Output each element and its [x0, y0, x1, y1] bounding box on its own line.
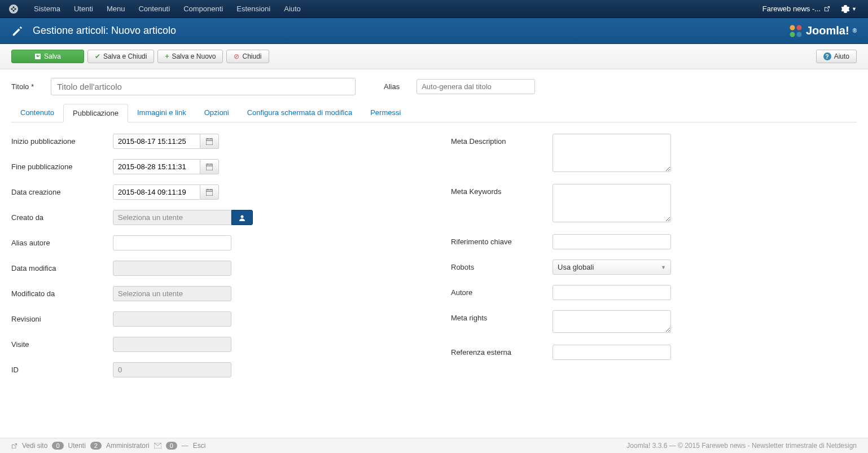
- svg-point-3: [796, 32, 801, 37]
- nav-menu: Sistema Utenti Menu Contenuti Componenti…: [27, 0, 308, 17]
- xref-input[interactable]: [553, 345, 671, 360]
- alias-label: Alias: [384, 82, 400, 91]
- tab-immagini[interactable]: Immagini e link: [128, 104, 195, 122]
- meta-rights-label: Meta rights: [451, 310, 553, 322]
- joomla-icon[interactable]: [0, 5, 27, 14]
- user-icon: [239, 214, 246, 221]
- close-button[interactable]: ⊘ Chiudi: [226, 50, 269, 63]
- navbar-left: Sistema Utenti Menu Contenuti Componenti…: [0, 0, 308, 17]
- joomla-brand-text: Joomla!: [806, 24, 849, 37]
- tabs: Contenuto Pubblicazione Immagini e link …: [11, 104, 857, 122]
- cancel-icon: ⊘: [234, 52, 239, 60]
- save-new-button[interactable]: + Salva e Nuovo: [157, 50, 223, 63]
- help-button[interactable]: ? Aiuto: [816, 50, 857, 63]
- modified-label: Data modifica: [11, 261, 113, 272]
- meta-description-input[interactable]: [553, 134, 671, 172]
- joomla-brand-icon: [789, 24, 803, 38]
- created-by-label: Creato da: [11, 210, 113, 222]
- tab-opzioni[interactable]: Opzioni: [195, 104, 238, 122]
- author-input[interactable]: [553, 285, 671, 300]
- caret-down-icon: ▼: [852, 6, 857, 12]
- page-title: Gestione articoli: Nuovo articolo: [33, 25, 176, 37]
- svg-rect-8: [206, 164, 213, 170]
- svg-rect-4: [206, 139, 213, 145]
- tab-pubblicazione[interactable]: Pubblicazione: [63, 104, 128, 122]
- external-link-icon: [824, 6, 830, 12]
- nav-item-componenti[interactable]: Componenti: [177, 0, 230, 17]
- field-meta-rights: Meta rights: [451, 310, 857, 335]
- form-col-right: Meta Description Meta Keywords Riferimen…: [451, 134, 857, 388]
- form-row: Inizio pubblicazione Fine pubblicazione: [11, 134, 857, 388]
- meta-keywords-input[interactable]: [553, 184, 671, 222]
- field-id: ID: [11, 362, 417, 377]
- save-label: Salva: [44, 52, 61, 60]
- site-name-label: Fareweb news -...: [762, 5, 821, 13]
- nav-item-aiuto[interactable]: Aiuto: [277, 0, 308, 17]
- field-modified-by: Modificato da: [11, 286, 417, 301]
- nav-item-estensioni[interactable]: Estensioni: [230, 0, 277, 17]
- start-publishing-input[interactable]: [113, 134, 200, 149]
- svg-point-2: [790, 32, 795, 37]
- field-meta-description: Meta Description: [451, 134, 857, 174]
- svg-point-0: [790, 25, 795, 30]
- save-new-label: Salva e Nuovo: [172, 52, 216, 60]
- title-input[interactable]: [51, 78, 356, 95]
- nav-item-contenuti[interactable]: Contenuti: [131, 0, 177, 17]
- key-reference-input[interactable]: [553, 234, 671, 249]
- hits-input: [113, 337, 231, 352]
- meta-description-label: Meta Description: [451, 134, 553, 146]
- help-label: Aiuto: [834, 52, 849, 60]
- tab-permessi[interactable]: Permessi: [361, 104, 410, 122]
- field-key-reference: Riferimento chiave: [451, 234, 857, 249]
- robots-select[interactable]: Usa globali ▼: [553, 260, 671, 275]
- created-by-select-button[interactable]: [231, 210, 253, 225]
- end-publishing-calendar-button[interactable]: [200, 159, 219, 174]
- save-close-button[interactable]: ✔ Salva e Chiudi: [87, 50, 154, 63]
- id-label: ID: [11, 362, 113, 374]
- top-navbar: Sistema Utenti Menu Contenuti Componenti…: [0, 0, 868, 18]
- svg-point-16: [241, 215, 244, 218]
- tab-contenuto[interactable]: Contenuto: [11, 104, 63, 122]
- svg-rect-12: [206, 190, 213, 196]
- title-label: Titolo *: [11, 82, 34, 91]
- nav-settings[interactable]: ▼: [836, 1, 862, 17]
- created-calendar-button[interactable]: [200, 184, 219, 200]
- nav-item-sistema[interactable]: Sistema: [27, 0, 67, 17]
- field-start-publishing: Inizio pubblicazione: [11, 134, 417, 149]
- meta-keywords-label: Meta Keywords: [451, 184, 553, 196]
- revisions-input: [113, 311, 231, 327]
- navbar-right: Fareweb news -... ▼: [757, 0, 868, 17]
- alias-author-input[interactable]: [113, 235, 231, 250]
- close-label: Chiudi: [242, 52, 261, 60]
- field-created-by: Creato da: [11, 210, 417, 225]
- title-row: Titolo * Alias: [11, 78, 857, 95]
- alias-input[interactable]: [417, 79, 535, 94]
- plus-icon: +: [165, 52, 169, 60]
- joomla-logo[interactable]: Joomla!®: [789, 24, 857, 38]
- created-input[interactable]: [113, 184, 200, 200]
- created-by-input: [113, 210, 231, 225]
- content-area: Titolo * Alias Contenuto Pubblicazione I…: [0, 69, 868, 421]
- key-reference-label: Riferimento chiave: [451, 234, 553, 246]
- save-button[interactable]: Salva: [11, 50, 84, 63]
- end-publishing-input[interactable]: [113, 159, 200, 174]
- robots-label: Robots: [451, 260, 553, 271]
- meta-rights-input[interactable]: [553, 310, 671, 333]
- robots-selected-value: Usa globali: [558, 263, 594, 271]
- nav-item-utenti[interactable]: Utenti: [67, 0, 100, 17]
- nav-item-menu[interactable]: Menu: [100, 0, 132, 17]
- calendar-icon: [206, 138, 213, 145]
- chevron-down-icon: ▼: [661, 265, 666, 270]
- revisions-label: Revisioni: [11, 311, 113, 323]
- modified-input: [113, 261, 231, 276]
- xref-label: Referenza esterna: [451, 345, 553, 357]
- nav-site-link[interactable]: Fareweb news -...: [757, 0, 836, 17]
- toolbar-right: ? Aiuto: [816, 50, 857, 63]
- toolbar-left: Salva ✔ Salva e Chiudi + Salva e Nuovo ⊘…: [11, 50, 269, 63]
- toolbar: Salva ✔ Salva e Chiudi + Salva e Nuovo ⊘…: [0, 44, 868, 69]
- field-modified: Data modifica: [11, 261, 417, 276]
- start-publishing-calendar-button[interactable]: [200, 134, 219, 149]
- tab-configura[interactable]: Configura schermata di modifica: [238, 104, 361, 122]
- end-publishing-label: Fine pubblicazione: [11, 159, 113, 171]
- field-meta-keywords: Meta Keywords: [451, 184, 857, 224]
